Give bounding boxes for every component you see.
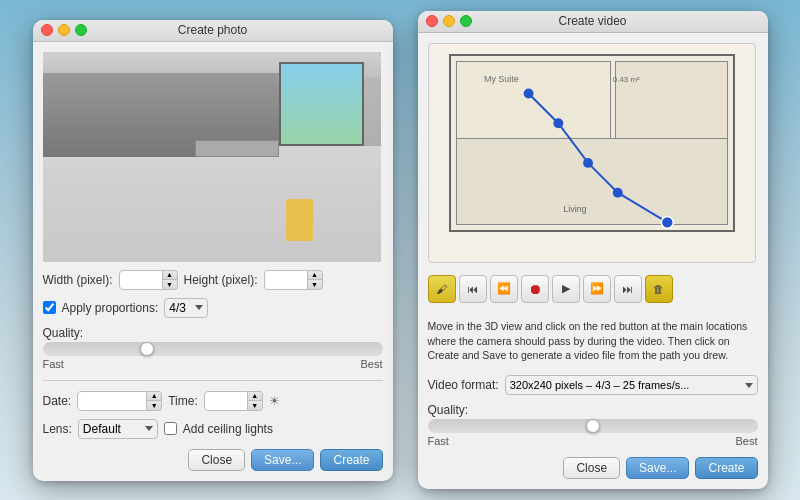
maximize-traffic-light-video[interactable] [460, 15, 472, 27]
proportions-checkbox[interactable] [43, 301, 56, 314]
skip-back-button[interactable]: ⏮ [459, 275, 487, 303]
proportions-row: Apply proportions: 4/3 16/9 [43, 298, 383, 318]
quality-best-label: Best [360, 358, 382, 370]
video-save-button[interactable]: Save... [626, 457, 689, 479]
video-toolbar: 🖌 ⏮ ⏪ ⏺ ▶ ⏩ ⏭ 🗑 [428, 271, 758, 307]
ceiling-lights-label: Add ceiling lights [183, 422, 273, 436]
time-input[interactable]: 13:00 [204, 391, 248, 411]
camera-path-svg: My Suite 0.43 m² Living [429, 44, 755, 262]
floor-plan-preview: My Suite 0.43 m² Living [428, 43, 756, 263]
svg-text:0.43 m²: 0.43 m² [612, 75, 639, 84]
date-stepper[interactable]: 9/26/2010 ▲ ▼ [77, 391, 162, 411]
svg-point-1 [553, 118, 563, 128]
height-stepper[interactable]: 450 ▲ ▼ [264, 270, 323, 290]
width-label: Width (pixel): [43, 273, 113, 287]
video-title-bar: Create video [418, 11, 768, 33]
height-input[interactable]: 450 [264, 270, 308, 290]
date-label: Date: [43, 394, 72, 408]
photo-create-button[interactable]: Create [320, 449, 382, 471]
proportions-select[interactable]: 4/3 16/9 [164, 298, 208, 318]
minimize-traffic-light-video[interactable] [443, 15, 455, 27]
video-dialog-content: My Suite 0.43 m² Living 🖌 ⏮ ⏪ ⏺ ▶ ⏩ ⏭ 🗑 … [418, 33, 768, 489]
video-quality-fast-label: Fast [428, 435, 449, 447]
date-down[interactable]: ▼ [147, 401, 161, 410]
video-format-label: Video format: [428, 378, 499, 392]
video-quality-slider[interactable] [428, 419, 758, 433]
lens-label: Lens: [43, 422, 72, 436]
svg-point-2 [583, 158, 593, 168]
close-traffic-light-video[interactable] [426, 15, 438, 27]
date-time-row: Date: 9/26/2010 ▲ ▼ Time: 13:00 ▲ ▼ ☀ [43, 391, 383, 411]
minimize-traffic-light[interactable] [58, 24, 70, 36]
lens-row: Lens: Default Add ceiling lights [43, 419, 383, 439]
time-label: Time: [168, 394, 198, 408]
rewind-button[interactable]: ⏪ [490, 275, 518, 303]
quality-fast-label: Fast [43, 358, 64, 370]
photo-close-button[interactable]: Close [188, 449, 245, 471]
photo-save-button[interactable]: Save... [251, 449, 314, 471]
svg-point-4 [661, 216, 673, 228]
lens-select[interactable]: Default [78, 419, 158, 439]
record-button[interactable]: ⏺ [521, 275, 549, 303]
time-arrows[interactable]: ▲ ▼ [248, 391, 263, 411]
photo-button-row: Close Save... Create [43, 447, 383, 471]
paint-brush-button[interactable]: 🖌 [428, 275, 456, 303]
time-stepper[interactable]: 13:00 ▲ ▼ [204, 391, 263, 411]
height-arrows[interactable]: ▲ ▼ [308, 270, 323, 290]
dimensions-row: Width (pixel): 600 ▲ ▼ Height (pixel): 4… [43, 270, 383, 290]
maximize-traffic-light[interactable] [75, 24, 87, 36]
width-input[interactable]: 600 [119, 270, 163, 290]
video-button-row: Close Save... Create [428, 455, 758, 479]
svg-point-0 [523, 89, 533, 99]
kitchen-sink [195, 140, 280, 157]
skip-forward-button[interactable]: ⏭ [614, 275, 642, 303]
kitchen-window [279, 62, 364, 146]
quality-labels: Fast Best [43, 358, 383, 370]
video-close-button[interactable]: Close [563, 457, 620, 479]
date-up[interactable]: ▲ [147, 392, 161, 401]
height-up[interactable]: ▲ [308, 271, 322, 280]
sun-icon[interactable]: ☀ [269, 394, 280, 408]
video-quality-slider-row [428, 419, 758, 433]
video-dialog-title: Create video [558, 14, 626, 28]
play-button[interactable]: ▶ [552, 275, 580, 303]
video-format-select[interactable]: 320x240 pixels – 4/3 – 25 frames/s... 64… [505, 375, 758, 395]
video-quality-label: Quality: [428, 403, 758, 417]
video-quality-best-label: Best [735, 435, 757, 447]
kitchen-scene [43, 52, 381, 262]
date-input[interactable]: 9/26/2010 [77, 391, 147, 411]
time-down[interactable]: ▼ [248, 401, 262, 410]
proportions-label: Apply proportions: [62, 301, 159, 315]
width-arrows[interactable]: ▲ ▼ [163, 270, 178, 290]
svg-text:My Suite: My Suite [483, 74, 518, 84]
video-info-text: Move in the 3D view and click on the red… [428, 315, 758, 367]
kitchen-preview [43, 52, 381, 262]
fast-forward-button[interactable]: ⏩ [583, 275, 611, 303]
photo-dialog: Create photo Width (pixel): 600 ▲ [33, 20, 393, 481]
height-down[interactable]: ▼ [308, 280, 322, 289]
width-stepper[interactable]: 600 ▲ ▼ [119, 270, 178, 290]
close-traffic-light[interactable] [41, 24, 53, 36]
width-down[interactable]: ▼ [163, 280, 177, 289]
quality-slider[interactable] [43, 342, 383, 356]
svg-text:Living: Living [563, 204, 586, 214]
svg-point-3 [612, 188, 622, 198]
video-quality-labels: Fast Best [428, 435, 758, 447]
time-up[interactable]: ▲ [248, 392, 262, 401]
photo-title-bar: Create photo [33, 20, 393, 42]
kitchen-stool [286, 199, 313, 241]
traffic-lights-video [426, 15, 472, 27]
trash-button[interactable]: 🗑 [645, 275, 673, 303]
video-create-button[interactable]: Create [695, 457, 757, 479]
width-up[interactable]: ▲ [163, 271, 177, 280]
date-arrows[interactable]: ▲ ▼ [147, 391, 162, 411]
ceiling-lights-checkbox[interactable] [164, 422, 177, 435]
photo-dialog-content: Width (pixel): 600 ▲ ▼ Height (pixel): 4… [33, 42, 393, 481]
quality-label: Quality: [43, 326, 383, 340]
traffic-lights-photo [41, 24, 87, 36]
divider1 [43, 380, 383, 381]
quality-row: Quality: Fast Best [43, 326, 383, 370]
photo-dialog-title: Create photo [178, 23, 247, 37]
video-quality-row: Quality: Fast Best [428, 403, 758, 447]
video-dialog: Create video My Suite 0.43 m² L [418, 11, 768, 489]
